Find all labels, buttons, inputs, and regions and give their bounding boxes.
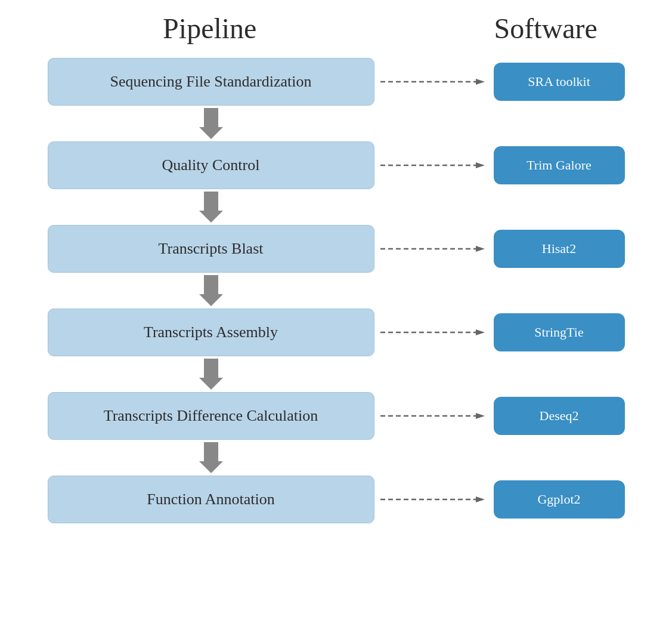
flow-row-6: Function Annotation Ggplot2: [0, 476, 672, 523]
down-arrow-row-2: [0, 192, 672, 223]
software-label-1: SRA toolkit: [528, 74, 590, 90]
down-arrow-3: [48, 275, 374, 306]
software-box-2: Trim Galore: [494, 146, 625, 184]
dashed-arrow-6: [374, 493, 494, 505]
svg-marker-2: [199, 108, 223, 139]
pipeline-box-1: Sequencing File Standardization: [48, 58, 374, 106]
svg-marker-7: [476, 246, 485, 252]
pipeline-header: Pipeline: [43, 12, 377, 45]
software-box-5: Deseq2: [494, 397, 625, 435]
svg-marker-8: [199, 275, 223, 306]
down-arrow-5: [48, 442, 374, 473]
down-arrow-row-1: [0, 108, 672, 139]
svg-marker-16: [476, 496, 485, 502]
software-label-5: Deseq2: [540, 408, 579, 424]
software-label-6: Ggplot2: [537, 492, 580, 507]
down-arrow-row-4: [0, 359, 672, 390]
flow-container: Sequencing File Standardization SRA tool…: [0, 51, 672, 530]
software-box-4: StringTie: [494, 313, 625, 351]
page: Pipeline Software Sequencing File Standa…: [0, 0, 672, 617]
svg-marker-14: [199, 442, 223, 473]
pipeline-box-4: Transcripts Assembly: [48, 308, 374, 356]
headers-row: Pipeline Software: [0, 0, 672, 51]
pipeline-box-6: Function Annotation: [48, 476, 374, 523]
down-arrow-4: [48, 359, 374, 390]
flow-row-3: Transcripts Blast Hisat2: [0, 225, 672, 273]
pipeline-box-5: Transcripts Difference Calculation: [48, 392, 374, 440]
pipeline-box-3: Transcripts Blast: [48, 225, 374, 273]
pipeline-label-5: Transcripts Difference Calculation: [104, 407, 318, 425]
pipeline-box-2: Quality Control: [48, 141, 374, 189]
software-label-3: Hisat2: [542, 241, 576, 257]
dashed-arrow-2: [374, 159, 494, 171]
svg-marker-11: [199, 359, 223, 390]
flow-row-4: Transcripts Assembly StringTie: [0, 308, 672, 356]
svg-marker-5: [199, 192, 223, 223]
pipeline-label-3: Transcripts Blast: [159, 240, 264, 258]
software-label-4: StringTie: [534, 325, 583, 340]
pipeline-label-1: Sequencing File Standardization: [110, 73, 312, 91]
flow-row-2: Quality Control Trim Galore: [0, 141, 672, 189]
down-arrow-1: [48, 108, 374, 139]
svg-marker-10: [476, 329, 485, 335]
pipeline-label-6: Function Annotation: [147, 490, 275, 508]
software-box-6: Ggplot2: [494, 480, 625, 519]
software-box-1: SRA toolkit: [494, 63, 625, 101]
software-label-2: Trim Galore: [527, 158, 592, 173]
flow-row-1: Sequencing File Standardization SRA tool…: [0, 58, 672, 106]
svg-marker-4: [476, 162, 485, 168]
dashed-arrow-3: [374, 243, 494, 255]
down-arrow-row-3: [0, 275, 672, 306]
dashed-arrow-4: [374, 326, 494, 338]
down-arrow-row-5: [0, 442, 672, 473]
dashed-arrow-5: [374, 410, 494, 422]
software-box-3: Hisat2: [494, 230, 625, 268]
software-header: Software: [462, 12, 629, 45]
pipeline-label-2: Quality Control: [162, 156, 260, 174]
dashed-arrow-1: [374, 76, 494, 88]
svg-marker-1: [476, 79, 485, 85]
down-arrow-2: [48, 192, 374, 223]
pipeline-label-4: Transcripts Assembly: [144, 323, 278, 341]
flow-row-5: Transcripts Difference Calculation Deseq…: [0, 392, 672, 440]
svg-marker-13: [476, 413, 485, 419]
